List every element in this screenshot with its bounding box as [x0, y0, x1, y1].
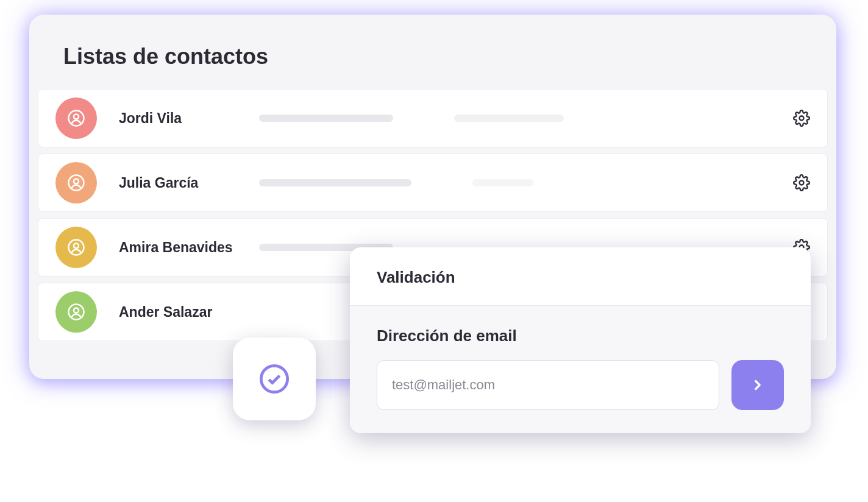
gear-icon[interactable] — [793, 110, 810, 127]
skeleton-bar — [259, 115, 393, 122]
skeleton-bar — [472, 179, 533, 186]
avatar — [55, 162, 97, 203]
avatar — [55, 227, 97, 268]
user-icon — [67, 303, 85, 321]
email-field-label: Dirección de email — [377, 327, 784, 345]
svg-point-1 — [74, 115, 79, 119]
svg-point-3 — [69, 175, 84, 191]
validation-title: Validación — [377, 268, 784, 287]
validation-body: Dirección de email — [350, 306, 811, 433]
user-icon — [67, 109, 85, 127]
contact-row[interactable]: Jordi Vila — [38, 89, 828, 147]
svg-point-6 — [69, 240, 84, 255]
contact-name: Ander Salazar — [119, 304, 259, 320]
validation-header: Validación — [350, 247, 811, 306]
user-icon — [67, 174, 85, 192]
validation-card: Validación Dirección de email — [350, 247, 811, 433]
svg-point-5 — [800, 181, 804, 185]
svg-point-10 — [74, 308, 79, 313]
contact-name: Jordi Vila — [119, 110, 259, 127]
contact-name: Amira Benavides — [119, 239, 259, 256]
contact-row[interactable]: Julia García — [38, 154, 828, 212]
svg-point-4 — [74, 179, 79, 184]
chevron-right-icon — [750, 377, 766, 393]
submit-button[interactable] — [731, 360, 784, 410]
gear-icon[interactable] — [793, 174, 810, 191]
contact-name: Julia García — [119, 175, 259, 191]
check-circle-icon — [258, 363, 290, 395]
input-row — [377, 360, 784, 410]
svg-point-2 — [800, 116, 804, 121]
svg-point-7 — [74, 244, 79, 249]
skeleton-bar — [259, 179, 411, 186]
skeleton-bar — [454, 115, 564, 122]
svg-point-0 — [69, 111, 84, 126]
avatar — [55, 97, 97, 139]
check-badge — [233, 338, 316, 420]
page-title: Listas de contactos — [29, 15, 836, 89]
user-icon — [67, 238, 85, 256]
email-input[interactable] — [377, 360, 719, 410]
avatar — [55, 291, 97, 333]
svg-point-9 — [69, 305, 84, 320]
